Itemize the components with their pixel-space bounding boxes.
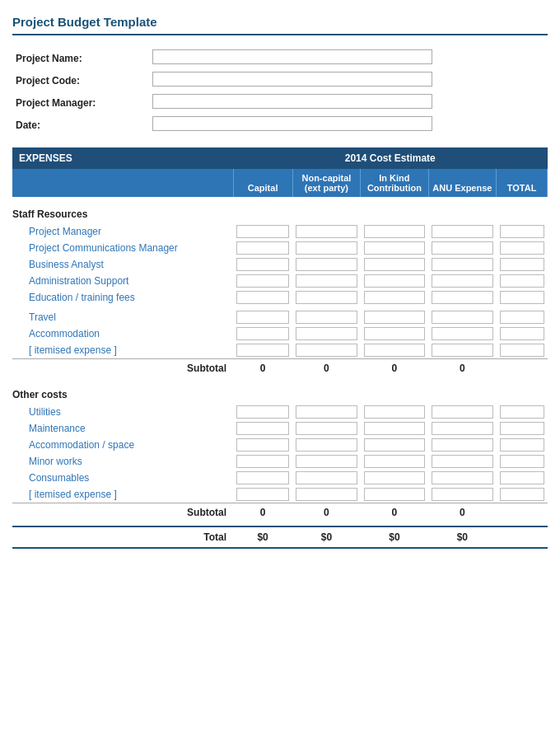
cell-noncapital-staff-resources-1[interactable] xyxy=(292,240,360,256)
cell-total-staff-resources-8[interactable] xyxy=(497,342,548,359)
cell-capital-other-costs-2[interactable] xyxy=(233,437,292,453)
cell-anuexp-other-costs-4[interactable] xyxy=(428,470,496,486)
cell-total-other-costs-2[interactable] xyxy=(497,437,548,453)
cell-total-staff-resources-3[interactable] xyxy=(497,273,548,289)
project-manager-input[interactable] xyxy=(152,94,432,109)
cell-anuexp-staff-resources-8[interactable] xyxy=(428,342,496,359)
row-label-staff-resources-6: Travel xyxy=(12,309,233,325)
field-input-project-code[interactable] xyxy=(149,69,548,91)
cell-capital-staff-resources-8[interactable] xyxy=(233,342,292,359)
cell-inkind-staff-resources-2[interactable] xyxy=(361,256,428,273)
cell-total-staff-resources-6[interactable] xyxy=(497,309,548,325)
cell-noncapital-staff-resources-7[interactable] xyxy=(292,325,360,342)
cell-inkind-staff-resources-4[interactable] xyxy=(361,289,428,306)
field-input-project-date[interactable] xyxy=(149,114,548,136)
cell-noncapital-other-costs-4[interactable] xyxy=(292,470,360,486)
page-title: Project Budget Template xyxy=(12,8,548,35)
cell-capital-other-costs-4[interactable] xyxy=(233,470,292,486)
cell-anuexp-other-costs-2[interactable] xyxy=(428,437,496,453)
cell-capital-other-costs-1[interactable] xyxy=(233,420,292,437)
row-label-other-costs-4: Consumables xyxy=(12,470,233,486)
col-label-empty xyxy=(12,169,233,197)
row-label-staff-resources-7: Accommodation xyxy=(12,325,233,342)
cell-inkind-staff-resources-3[interactable] xyxy=(361,273,428,289)
cell-noncapital-other-costs-3[interactable] xyxy=(292,453,360,470)
project-name-input[interactable] xyxy=(152,49,432,64)
row-label-other-costs-2: Accommodation / space xyxy=(12,437,233,453)
subtotal-row-staff-resources: Subtotal 0 0 0 0 xyxy=(12,359,548,378)
cell-total-staff-resources-4[interactable] xyxy=(497,289,548,306)
cell-capital-other-costs-5[interactable] xyxy=(233,486,292,503)
cell-anuexp-other-costs-5[interactable] xyxy=(428,486,496,503)
cell-total-staff-resources-1[interactable] xyxy=(497,240,548,256)
cell-inkind-other-costs-5[interactable] xyxy=(361,486,428,503)
total-label: Total xyxy=(12,526,233,548)
expenses-label: EXPENSES xyxy=(12,147,233,169)
cell-anuexp-other-costs-3[interactable] xyxy=(428,453,496,470)
cell-anuexp-staff-resources-7[interactable] xyxy=(428,325,496,342)
cell-inkind-staff-resources-8[interactable] xyxy=(361,342,428,359)
cell-capital-staff-resources-0[interactable] xyxy=(233,223,292,240)
cell-capital-staff-resources-2[interactable] xyxy=(233,256,292,273)
cell-total-other-costs-1[interactable] xyxy=(497,420,548,437)
cell-capital-staff-resources-1[interactable] xyxy=(233,240,292,256)
cell-noncapital-other-costs-5[interactable] xyxy=(292,486,360,503)
cell-capital-staff-resources-4[interactable] xyxy=(233,289,292,306)
cell-inkind-other-costs-1[interactable] xyxy=(361,420,428,437)
table-row: Maintenance xyxy=(12,420,548,437)
cell-anuexp-staff-resources-3[interactable] xyxy=(428,273,496,289)
cell-inkind-staff-resources-1[interactable] xyxy=(361,240,428,256)
table-row: Utilities xyxy=(12,404,548,420)
cell-inkind-staff-resources-7[interactable] xyxy=(361,325,428,342)
subtotal-row-other-costs: Subtotal 0 0 0 0 xyxy=(12,503,548,522)
subtotal-anuexp-staff-resources: 0 xyxy=(428,359,496,378)
cell-anuexp-staff-resources-1[interactable] xyxy=(428,240,496,256)
cell-noncapital-other-costs-2[interactable] xyxy=(292,437,360,453)
cell-capital-staff-resources-3[interactable] xyxy=(233,273,292,289)
project-date-input[interactable] xyxy=(152,116,432,131)
cell-noncapital-other-costs-0[interactable] xyxy=(292,404,360,420)
cell-inkind-other-costs-0[interactable] xyxy=(361,404,428,420)
cell-anuexp-staff-resources-2[interactable] xyxy=(428,256,496,273)
cell-anuexp-staff-resources-0[interactable] xyxy=(428,223,496,240)
cell-inkind-staff-resources-0[interactable] xyxy=(361,223,428,240)
cell-noncapital-staff-resources-3[interactable] xyxy=(292,273,360,289)
cell-anuexp-other-costs-1[interactable] xyxy=(428,420,496,437)
cell-total-other-costs-0[interactable] xyxy=(497,404,548,420)
row-label-staff-resources-4: Education / training fees xyxy=(12,289,233,306)
cell-capital-staff-resources-6[interactable] xyxy=(233,309,292,325)
cell-noncapital-other-costs-1[interactable] xyxy=(292,420,360,437)
total-row: Total $0 $0 $0 $0 xyxy=(12,526,548,548)
cell-total-other-costs-3[interactable] xyxy=(497,453,548,470)
cell-inkind-other-costs-2[interactable] xyxy=(361,437,428,453)
total-noncapital: $0 xyxy=(292,526,360,548)
cell-noncapital-staff-resources-8[interactable] xyxy=(292,342,360,359)
cell-total-other-costs-4[interactable] xyxy=(497,470,548,486)
cell-anuexp-staff-resources-4[interactable] xyxy=(428,289,496,306)
field-input-project-name[interactable] xyxy=(149,47,548,69)
cell-anuexp-staff-resources-6[interactable] xyxy=(428,309,496,325)
cell-total-staff-resources-0[interactable] xyxy=(497,223,548,240)
cell-capital-other-costs-0[interactable] xyxy=(233,404,292,420)
row-label-staff-resources-3: Administration Support xyxy=(12,273,233,289)
cell-total-staff-resources-2[interactable] xyxy=(497,256,548,273)
cell-noncapital-staff-resources-2[interactable] xyxy=(292,256,360,273)
cell-total-other-costs-5[interactable] xyxy=(497,486,548,503)
field-input-project-manager[interactable] xyxy=(149,91,548,114)
cell-capital-other-costs-3[interactable] xyxy=(233,453,292,470)
subtotal-label-other-costs: Subtotal xyxy=(12,503,233,522)
cell-noncapital-staff-resources-4[interactable] xyxy=(292,289,360,306)
cell-total-staff-resources-7[interactable] xyxy=(497,325,548,342)
cell-inkind-staff-resources-6[interactable] xyxy=(361,309,428,325)
cell-noncapital-staff-resources-0[interactable] xyxy=(292,223,360,240)
project-code-input[interactable] xyxy=(152,72,432,87)
field-label-project-name: Project Name: xyxy=(12,47,149,69)
cell-noncapital-staff-resources-6[interactable] xyxy=(292,309,360,325)
cell-inkind-other-costs-4[interactable] xyxy=(361,470,428,486)
cell-capital-staff-resources-7[interactable] xyxy=(233,325,292,342)
cell-anuexp-other-costs-0[interactable] xyxy=(428,404,496,420)
project-field-row-project-name: Project Name: xyxy=(12,47,548,69)
budget-header-sub: Capital Non-capital(ext party) In KindCo… xyxy=(12,169,548,197)
col-capital-header: Capital xyxy=(233,169,292,197)
cell-inkind-other-costs-3[interactable] xyxy=(361,453,428,470)
